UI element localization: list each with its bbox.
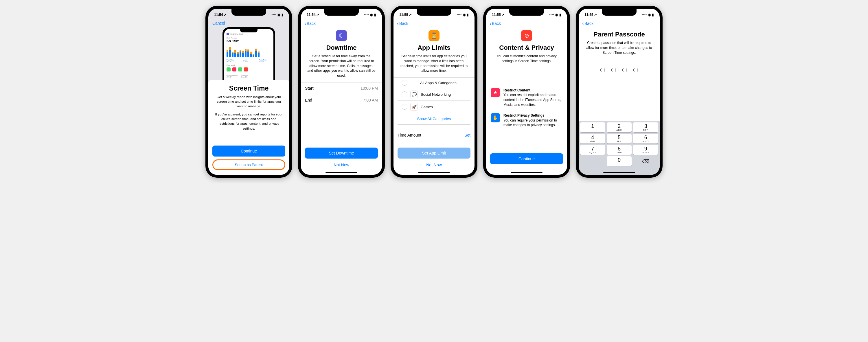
status-time: 11:55	[399, 13, 408, 17]
app-limits-title: App Limits	[394, 44, 474, 52]
phone-2: 11:54↗ ▪▪▪▪◉▮ ‹Back ☾ Downtime Set a sch…	[298, 6, 385, 178]
preview-header: SCREEN TIME	[230, 33, 244, 35]
location-icon: ↗	[224, 13, 226, 17]
location-icon: ↗	[316, 13, 319, 17]
category-social[interactable]: 💬 Social Networking	[398, 88, 470, 101]
downtime-icon: ☾	[336, 30, 347, 41]
show-all-categories[interactable]: Show All Categories	[398, 113, 470, 125]
signal-icon: ▪▪▪▪	[642, 13, 647, 17]
back-button[interactable]: ‹Back	[304, 21, 316, 26]
restrict-content-body: You can restrict explicit and mature con…	[503, 93, 561, 107]
key-8[interactable]: 8TUV	[607, 145, 632, 155]
status-time: 11:54	[214, 13, 223, 17]
content-privacy-icon: ⊘	[521, 30, 532, 41]
start-label: Start	[305, 86, 314, 91]
hand-icon: ✋	[491, 113, 500, 122]
passcode-subtitle: Create a passcode that will be required …	[579, 40, 660, 59]
preview-phone: SCREEN TIME Daily Average 6h 15m	[222, 27, 275, 89]
location-icon: ↗	[409, 13, 412, 17]
preview-avg-label: Daily Average	[224, 36, 273, 39]
back-button[interactable]: ‹Back	[397, 21, 408, 26]
end-value: 7:00 AM	[363, 98, 378, 102]
passcode-dot	[633, 68, 638, 72]
app-limits-icon: ⏳	[429, 30, 439, 41]
key-2[interactable]: 2ABC	[607, 122, 632, 132]
cancel-link[interactable]: Cancel	[208, 20, 289, 27]
status-time: 11:55	[585, 13, 593, 17]
continue-button[interactable]: Continue	[490, 153, 563, 164]
category-label: Social Networking	[421, 92, 451, 97]
passcode-dots	[579, 59, 660, 84]
social-icon: 💬	[410, 91, 418, 98]
battery-icon: ▮	[652, 13, 654, 17]
signal-icon: ▪▪▪▪	[364, 13, 369, 17]
preview-avg-time: 6h 15m	[224, 39, 273, 43]
downtime-subtitle: Set a schedule for time away from the sc…	[301, 54, 382, 82]
signal-icon: ▪▪▪▪	[457, 13, 462, 17]
set-app-limit-button[interactable]: Set App Limit	[398, 148, 470, 159]
chevron-left-icon: ‹	[397, 21, 399, 26]
chevron-left-icon: ‹	[582, 21, 584, 26]
battery-icon: ▮	[374, 13, 376, 17]
home-indicator[interactable]	[511, 172, 542, 173]
set-downtime-button[interactable]: Set Downtime	[305, 148, 378, 159]
key-3[interactable]: 3DEF	[633, 122, 658, 132]
back-button[interactable]: ‹Back	[582, 21, 593, 26]
screen-time-desc-1: Get a weekly report with insights about …	[212, 95, 285, 112]
location-icon: ↗	[594, 13, 597, 17]
location-icon: ↗	[501, 13, 504, 17]
passcode-title: Parent Passcode	[579, 31, 660, 38]
restrict-content-row: ★ Restrict Content You can restrict expl…	[486, 85, 567, 110]
radio-icon	[402, 91, 407, 97]
category-games[interactable]: 🚀 Games	[398, 101, 470, 113]
key-7[interactable]: 7PQRS	[580, 145, 605, 155]
continue-button[interactable]: Continue	[212, 146, 285, 157]
phone-5: 11:55↗ ▪▪▪▪◉▮ ‹Back Parent Passcode Crea…	[576, 6, 662, 178]
passcode-dot	[600, 68, 605, 72]
chevron-left-icon: ‹	[490, 21, 491, 26]
restrict-privacy-body: You can require your permission to make …	[503, 118, 557, 127]
home-indicator[interactable]	[326, 172, 357, 173]
wifi-icon: ◉	[277, 13, 280, 17]
key-4[interactable]: 4GHI	[580, 134, 605, 144]
restrict-content-title: Restrict Content	[503, 88, 562, 93]
phone-4: 11:55↗ ▪▪▪▪◉▮ ‹Back ⊘ Content & Privacy …	[483, 6, 570, 178]
end-time-row[interactable]: End 7:00 AM	[301, 94, 382, 106]
phone-1: 11:54↗ ▪▪▪▪ ◉ ▮ Cancel SCREEN TIME Daily…	[206, 6, 292, 178]
signal-icon: ▪▪▪▪	[549, 13, 554, 17]
home-indicator[interactable]	[418, 172, 450, 173]
downtime-title: Downtime	[301, 44, 382, 52]
key-6[interactable]: 6MNO	[633, 134, 658, 144]
key-9[interactable]: 9WXYZ	[633, 145, 658, 155]
battery-icon: ▮	[467, 13, 469, 17]
category-all-apps[interactable]: All Apps & Categories	[398, 77, 470, 88]
wifi-icon: ◉	[648, 13, 651, 17]
back-button[interactable]: ‹Back	[490, 21, 501, 26]
passcode-dot	[622, 68, 627, 72]
key-5[interactable]: 5JKL	[607, 134, 632, 144]
setup-as-parent-button[interactable]: Set up as Parent	[212, 159, 285, 170]
home-indicator[interactable]	[603, 172, 635, 173]
restrict-privacy-title: Restrict Privacy Settings	[503, 113, 562, 118]
backspace-key[interactable]: ⌫	[633, 156, 658, 166]
status-time: 11:55	[492, 13, 501, 17]
start-time-row[interactable]: Start 10:00 PM	[301, 83, 382, 94]
signal-icon: ▪▪▪▪	[271, 13, 276, 17]
radio-icon	[402, 80, 407, 86]
chevron-left-icon: ‹	[304, 21, 306, 26]
key-1[interactable]: 1	[580, 122, 605, 132]
key-0[interactable]: 0	[607, 156, 632, 166]
screen-time-title: Screen Time	[212, 85, 285, 92]
numeric-keypad: 1 2ABC 3DEF 4GHI 5JKL 6MNO 7PQRS 8TUV 9W…	[579, 121, 660, 175]
phone-3: 11:55↗ ▪▪▪▪◉▮ ‹Back ⏳ App Limits Set dai…	[391, 6, 477, 178]
notch	[324, 9, 359, 15]
restrict-privacy-row: ✋ Restrict Privacy Settings You can requ…	[486, 110, 567, 130]
time-amount-row[interactable]: Time Amount Set	[394, 129, 474, 141]
radio-icon	[402, 104, 407, 110]
end-label: End	[305, 98, 312, 102]
not-now-button[interactable]: Not Now	[305, 159, 378, 171]
category-label: All Apps & Categories	[420, 81, 457, 85]
status-icons: ▪▪▪▪ ◉ ▮	[271, 13, 283, 17]
not-now-button[interactable]: Not Now	[398, 159, 470, 171]
games-icon: 🚀	[410, 103, 418, 111]
